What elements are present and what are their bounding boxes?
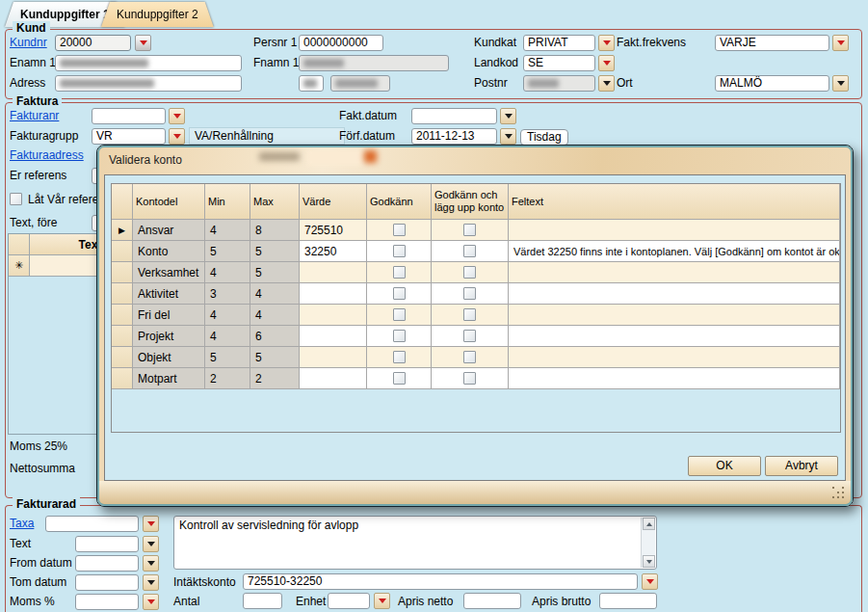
- intaktskonto-field[interactable]: 725510-32250: [243, 573, 638, 590]
- apris-netto-field[interactable]: [463, 593, 521, 609]
- rad-text-field[interactable]: [75, 536, 139, 552]
- moms-procent-field[interactable]: [75, 594, 139, 610]
- scroll-up-icon[interactable]: [643, 518, 655, 530]
- godkann-checkbox[interactable]: [393, 351, 406, 363]
- varde-cell[interactable]: [300, 347, 367, 368]
- fakturagrupp-field[interactable]: VR: [92, 128, 166, 145]
- adress-ort-field[interactable]: [330, 75, 390, 92]
- table-row[interactable]: ▶ Ansvar 4 8 725510: [112, 220, 840, 241]
- tab-kunduppgifter-2[interactable]: Kunduppgifter 2: [101, 2, 214, 27]
- dropdown-arrow-icon: [603, 61, 611, 66]
- fakturanr-dropdown-button[interactable]: [169, 108, 185, 124]
- blurred-background-artifact: [364, 150, 377, 163]
- table-row[interactable]: Konto 5 5 32250 Värdet 32250 finns inte …: [112, 241, 840, 262]
- varde-cell[interactable]: [300, 326, 367, 347]
- moms-procent-dropdown-button[interactable]: [143, 594, 159, 610]
- column-header[interactable]: Kontodel: [133, 184, 205, 220]
- ort-dropdown-button[interactable]: [832, 75, 849, 92]
- varde-cell[interactable]: [300, 368, 367, 389]
- fakturaadress-link[interactable]: Fakturaadress: [10, 147, 84, 164]
- tomdatum-field[interactable]: [75, 574, 139, 591]
- enhet-dropdown-button[interactable]: [374, 593, 390, 609]
- varde-cell[interactable]: 725510: [300, 220, 367, 241]
- antal-field[interactable]: [243, 593, 282, 609]
- dialog-titlebar[interactable]: Validera konto: [97, 146, 853, 174]
- kundnr-link[interactable]: Kundnr: [10, 35, 47, 51]
- kundkat-field[interactable]: PRIVAT: [523, 35, 595, 51]
- varde-cell[interactable]: [300, 262, 367, 283]
- faktfrekvens-dropdown-button[interactable]: [832, 35, 849, 51]
- faktdatum-dropdown-button[interactable]: [500, 108, 516, 124]
- table-row[interactable]: Verksamhet 4 5: [112, 262, 840, 283]
- taxa-dropdown-button[interactable]: [143, 516, 159, 532]
- godkann-checkbox[interactable]: [393, 308, 406, 321]
- column-header[interactable]: Feltext: [509, 184, 840, 220]
- godkann-lagg-upp-checkbox[interactable]: [463, 372, 476, 385]
- godkann-checkbox[interactable]: [393, 287, 406, 300]
- ort-field[interactable]: MALMÖ: [715, 75, 829, 92]
- godkann-checkbox[interactable]: [393, 330, 406, 342]
- postnr-dropdown-button[interactable]: [598, 75, 615, 92]
- fromdatum-dropdown-button[interactable]: [143, 555, 159, 572]
- table-row[interactable]: Objekt 5 5: [112, 347, 840, 368]
- postnr-field[interactable]: [523, 75, 595, 92]
- column-header[interactable]: Godkänn och lägg upp konto: [432, 184, 509, 220]
- kundnr-field[interactable]: 20000: [55, 35, 131, 51]
- kundkat-dropdown-button[interactable]: [598, 35, 615, 51]
- faktfrekvens-field[interactable]: VARJE: [715, 35, 829, 51]
- column-header[interactable]: Godkänn: [367, 184, 432, 220]
- taxa-field[interactable]: [45, 516, 139, 532]
- godkann-lagg-upp-checkbox[interactable]: [463, 330, 476, 342]
- landkod-dropdown-button[interactable]: [598, 55, 615, 71]
- column-header[interactable]: Max: [250, 184, 300, 220]
- textarea-scrollbar[interactable]: [641, 518, 655, 568]
- adress-field[interactable]: [55, 75, 242, 92]
- adress-postnr-field[interactable]: [299, 75, 324, 92]
- lat-var-referens-checkbox[interactable]: [10, 193, 22, 205]
- apris-brutto-field[interactable]: [599, 593, 657, 609]
- resize-grip-icon[interactable]: [832, 487, 845, 499]
- persnr-field[interactable]: 0000000000: [299, 35, 383, 51]
- godkann-lagg-upp-checkbox[interactable]: [463, 351, 476, 363]
- varde-cell[interactable]: [300, 305, 367, 326]
- dropdown-arrow-icon: [173, 114, 181, 119]
- kundnr-dropdown-button[interactable]: [135, 35, 151, 51]
- forfdatum-field[interactable]: 2011-12-13: [411, 128, 497, 145]
- landkod-field[interactable]: SE: [523, 55, 595, 71]
- fakturanr-link[interactable]: Fakturanr: [10, 108, 59, 124]
- dialog-content: Kontodel Min Max Värde Godkänn Godkänn o…: [104, 174, 846, 481]
- avbryt-button[interactable]: Avbryt: [765, 456, 838, 476]
- godkann-lagg-upp-checkbox[interactable]: [463, 266, 476, 279]
- godkann-checkbox[interactable]: [393, 266, 406, 279]
- column-header[interactable]: Min: [205, 184, 250, 220]
- godkann-checkbox[interactable]: [393, 245, 406, 257]
- scroll-down-icon[interactable]: [643, 555, 655, 568]
- column-header[interactable]: Värde: [300, 184, 367, 220]
- fromdatum-field[interactable]: [75, 555, 139, 572]
- table-row[interactable]: Motpart 2 2: [112, 368, 840, 389]
- table-row[interactable]: Aktivitet 3 4: [112, 283, 840, 305]
- fakturanr-field[interactable]: [92, 108, 166, 124]
- varde-cell[interactable]: [300, 283, 367, 305]
- forfdatum-dropdown-button[interactable]: [500, 128, 516, 145]
- godkann-checkbox[interactable]: [393, 372, 406, 385]
- godkann-lagg-upp-checkbox[interactable]: [463, 245, 476, 257]
- tomdatum-dropdown-button[interactable]: [143, 574, 159, 591]
- table-row[interactable]: Fri del 4 4: [112, 305, 840, 326]
- faktdatum-field[interactable]: [411, 108, 497, 124]
- enamn-field[interactable]: [55, 55, 242, 71]
- table-row[interactable]: Projekt 4 6: [112, 326, 840, 347]
- radtext-textarea[interactable]: Kontroll av servisledning för avlopp: [173, 516, 657, 570]
- godkann-checkbox[interactable]: [393, 224, 406, 236]
- enhet-field[interactable]: [328, 593, 370, 609]
- godkann-lagg-upp-checkbox[interactable]: [463, 308, 476, 321]
- rad-text-dropdown-button[interactable]: [143, 536, 159, 552]
- taxa-link[interactable]: Taxa: [10, 516, 34, 532]
- intaktskonto-dropdown-button[interactable]: [642, 573, 658, 590]
- fakturagrupp-dropdown-button[interactable]: [169, 128, 185, 145]
- ok-button[interactable]: OK: [688, 456, 761, 476]
- varde-cell[interactable]: 32250: [300, 241, 367, 262]
- fnamn-field[interactable]: [299, 55, 449, 71]
- godkann-lagg-upp-checkbox[interactable]: [463, 287, 476, 300]
- godkann-lagg-upp-checkbox[interactable]: [463, 224, 476, 236]
